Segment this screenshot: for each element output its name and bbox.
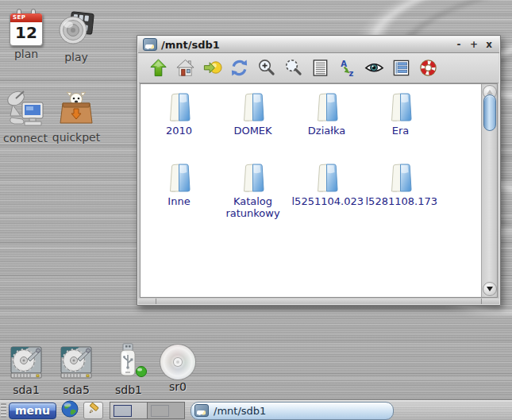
home-icon xyxy=(175,58,195,78)
folder-item[interactable]: l5281108.173 xyxy=(364,160,437,230)
folder-label: l5251104.023 xyxy=(292,195,362,207)
folder-icon xyxy=(309,160,345,195)
folder-item[interactable]: Inne xyxy=(142,160,216,230)
toolbar-help-button[interactable] xyxy=(418,58,438,79)
toolbar-sort-button[interactable]: Az xyxy=(337,58,357,79)
up-icon xyxy=(148,58,168,78)
list-view-icon xyxy=(310,58,330,78)
scroll-down-button[interactable] xyxy=(483,282,497,296)
drive-icon-sr0[interactable]: sr0 xyxy=(152,345,203,393)
window-toolbar: Az xyxy=(139,53,499,83)
refresh-icon xyxy=(229,58,249,78)
desktop-icon-label: connect xyxy=(0,132,51,144)
folder-view[interactable]: 2010DOMEKDziałkaEraInneKatalog ratunkowy… xyxy=(141,84,481,297)
desktop-icon-label: play xyxy=(51,51,102,64)
window-resize-bar[interactable] xyxy=(138,299,499,304)
folder-item[interactable]: Katalog ratunkowy xyxy=(216,160,290,230)
toolbar-bookmarks-button[interactable] xyxy=(202,58,222,79)
harddisk-icon xyxy=(1,345,52,383)
sort-icon: Az xyxy=(337,58,357,78)
help-icon xyxy=(418,58,438,78)
folder-label: DOMEK xyxy=(233,125,271,137)
drive-icon-sda5[interactable]: sda5 xyxy=(51,345,102,396)
triangle-down-icon xyxy=(487,287,493,291)
calendar-day: 12 xyxy=(10,22,42,43)
folder-grid: 2010DOMEKDziałkaEraInneKatalog ratunkowy… xyxy=(142,89,437,230)
menu-button[interactable]: menu xyxy=(9,403,56,419)
folder-item[interactable]: l5251104.023 xyxy=(290,160,364,230)
folder-icon xyxy=(235,89,271,124)
pager-desktop-1[interactable] xyxy=(110,403,147,418)
rox-filer-icon xyxy=(143,38,157,51)
desktop-icon-quickpet[interactable]: quickpet xyxy=(51,91,102,144)
speaker-icon xyxy=(51,11,102,49)
pager-window-rect xyxy=(151,405,169,417)
close-button[interactable]: x xyxy=(483,37,495,52)
window-title: /mnt/sdb1 xyxy=(161,39,449,51)
taskbar: menu /mnt/sdb1 xyxy=(0,400,512,420)
taskbar-window-label: /mnt/sdb1 xyxy=(214,405,266,417)
desktop-icon-play[interactable]: play xyxy=(51,11,102,64)
desktop-icon-connect[interactable]: connect xyxy=(0,89,51,144)
folder-item[interactable]: Era xyxy=(364,89,437,160)
zoom-in-icon xyxy=(256,58,276,78)
folder-label: Działka xyxy=(308,125,345,137)
pager-desktop-2[interactable] xyxy=(147,403,184,418)
window-titlebar[interactable]: /mnt/sdb1 - + x xyxy=(138,37,499,53)
toolbar-details-button[interactable] xyxy=(391,58,411,79)
globe-icon xyxy=(61,400,79,420)
toolbar-zoom-in-button[interactable] xyxy=(256,58,276,79)
drive-icon-sdb1[interactable]: sdb1 xyxy=(103,343,154,396)
drive-label: sr0 xyxy=(152,380,203,393)
bookmarks-icon xyxy=(202,58,222,78)
rox-filer-icon xyxy=(194,404,209,417)
resize-fit-icon xyxy=(283,58,303,78)
desktop-pager[interactable] xyxy=(110,402,185,419)
drive-icon-sda1[interactable]: sda1 xyxy=(1,345,52,396)
desktop-icon-plan[interactable]: SEP 12 plan xyxy=(1,13,52,60)
usb-stick-icon xyxy=(103,343,154,383)
file-manager-window: /mnt/sdb1 - + x Az 2010DOMEKDziałkaEraIn… xyxy=(137,35,501,306)
taskbar-grip[interactable] xyxy=(1,403,6,418)
desktop-icon-label: quickpet xyxy=(51,131,102,144)
folder-icon xyxy=(161,160,198,195)
folder-label: Katalog ratunkowy xyxy=(218,195,288,219)
desktop-icon-label: plan xyxy=(1,48,52,60)
folder-label: Inne xyxy=(167,195,190,207)
svg-text:A: A xyxy=(341,60,347,68)
drive-label: sda1 xyxy=(1,383,52,396)
scrollbar-thumb[interactable] xyxy=(483,94,496,131)
toolbar-list-view-button[interactable] xyxy=(310,58,330,79)
show-hidden-icon xyxy=(364,58,384,78)
folder-label: 2010 xyxy=(166,125,192,137)
maximize-button[interactable]: + xyxy=(468,37,479,52)
vertical-scrollbar[interactable] xyxy=(481,84,497,297)
cd-disc-icon xyxy=(160,345,195,380)
folder-icon xyxy=(383,160,419,195)
folder-item[interactable]: Działka xyxy=(290,89,364,160)
toolbar-up-button[interactable] xyxy=(148,58,168,79)
cd-hole xyxy=(174,358,182,366)
toolbar-refresh-button[interactable] xyxy=(229,58,249,79)
folder-item[interactable]: DOMEK xyxy=(216,89,290,160)
toolbar-resize-fit-button[interactable] xyxy=(283,58,303,79)
folder-item[interactable]: 2010 xyxy=(142,89,216,160)
harddisk-icon xyxy=(51,345,102,383)
toolbar-home-button[interactable] xyxy=(175,58,195,79)
browser-launcher[interactable] xyxy=(61,400,79,420)
folder-label: l5281108.173 xyxy=(366,195,436,207)
editor-launcher[interactable] xyxy=(83,402,103,419)
folder-icon xyxy=(309,89,345,124)
calendar-icon: SEP 12 xyxy=(10,13,43,46)
drive-label: sda5 xyxy=(51,383,102,396)
pencil-icon xyxy=(87,403,100,418)
folder-icon xyxy=(161,89,198,124)
connect-icon xyxy=(0,89,51,130)
svg-text:z: z xyxy=(348,69,353,78)
drive-label: sdb1 xyxy=(103,383,154,396)
folder-label: Era xyxy=(392,125,410,137)
toolbar-show-hidden-button[interactable] xyxy=(364,58,384,79)
minimize-button[interactable]: - xyxy=(453,37,464,52)
details-icon xyxy=(391,58,411,78)
taskbar-window-button[interactable]: /mnt/sdb1 xyxy=(191,402,394,420)
